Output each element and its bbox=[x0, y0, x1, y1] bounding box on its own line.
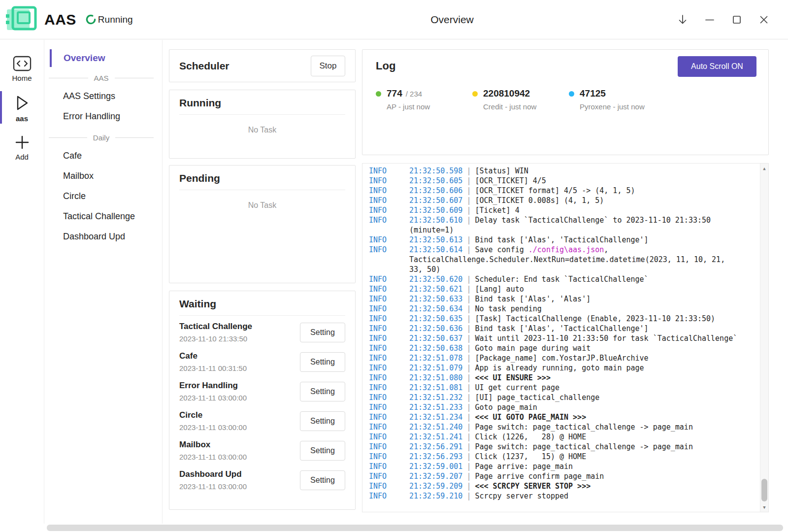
log-message-part: Page switch: page_tactical_challenge -> … bbox=[475, 423, 693, 432]
vertical-scrollbar-thumb[interactable] bbox=[761, 479, 767, 501]
play-icon bbox=[14, 94, 30, 112]
log-vertical-scrollbar[interactable]: ▲ ▼ bbox=[760, 164, 768, 512]
log-separator: | bbox=[466, 393, 471, 402]
log-message: Bind task ['Alas', 'TacticalChallenge'] bbox=[475, 235, 648, 244]
menu-item[interactable]: Circle bbox=[45, 186, 162, 206]
log-separator: | bbox=[466, 295, 471, 303]
log-level: INFO bbox=[369, 284, 409, 294]
log-message: <<< UI ENSURE >>> bbox=[475, 373, 551, 382]
task-setting-button[interactable]: Setting bbox=[300, 352, 345, 372]
scroll-down-arrow-icon[interactable]: ▼ bbox=[760, 503, 768, 511]
log-message: Page arrive: page_main bbox=[475, 462, 573, 471]
log-message-part: ./config\aas.json bbox=[528, 245, 604, 254]
log-timestamp: 21:32:59.207 bbox=[409, 472, 462, 481]
menu-group-label-daily: Daily bbox=[93, 133, 109, 142]
task-next-run-time: 2023-11-11 03:00:00 bbox=[179, 453, 300, 461]
log-message-part: [Status] WIN bbox=[475, 166, 528, 175]
log-line-content: 21:32:59.210|Scrcpy server stopped bbox=[409, 491, 754, 501]
log-separator: | bbox=[466, 403, 471, 412]
maximize-icon[interactable] bbox=[730, 13, 743, 26]
log-line-content: 21:32:50.607|[OCR_TICKET 0.008s] (4, 1, … bbox=[409, 196, 754, 205]
log-timestamp: 21:32:56.293 bbox=[409, 452, 462, 461]
menu-item[interactable]: Tactical Challenge bbox=[45, 206, 162, 227]
update-download-icon[interactable] bbox=[676, 13, 689, 26]
menu-item[interactable]: AAS Settings bbox=[45, 86, 162, 106]
log-line-content: 21:32:50.598|[Status] WIN bbox=[409, 166, 754, 176]
log-timestamp: 21:32:50.607 bbox=[409, 196, 462, 205]
log-console[interactable]: ▲ ▼ INFO 21:32:50.598|[Status] WIN INFO … bbox=[362, 163, 769, 512]
task-setting-button[interactable]: Setting bbox=[300, 411, 345, 431]
log-message: Page switch: page_tactical_challenge -> … bbox=[475, 442, 693, 451]
scroll-up-arrow-icon[interactable]: ▲ bbox=[760, 164, 768, 172]
log-separator: | bbox=[466, 462, 471, 471]
log-line-content: 21:32:50.610|Delay task `TacticalChallen… bbox=[409, 215, 754, 235]
log-line: INFO 21:32:50.610|Delay task `TacticalCh… bbox=[369, 215, 754, 235]
menu-item[interactable]: Error Handling bbox=[45, 106, 162, 127]
menu-item[interactable]: Cafe bbox=[45, 146, 162, 166]
log-separator: | bbox=[466, 442, 471, 451]
log-level: INFO bbox=[369, 245, 409, 274]
log-message: Page arrive confirm page_main bbox=[475, 472, 604, 481]
log-line-content: 21:32:50.636|Bind task ['Alas', 'Tactica… bbox=[409, 324, 754, 333]
log-separator: | bbox=[466, 314, 471, 323]
log-line-content: 21:32:50.605|[OCR_TICKET] 4/5 bbox=[409, 176, 754, 186]
rail-item-aas[interactable]: aas bbox=[0, 88, 44, 127]
log-line-content: 21:32:51.232|[UI] page_tactical_challeng… bbox=[409, 393, 754, 402]
scheduler-card: Scheduler Stop bbox=[169, 49, 356, 82]
rail-item-add[interactable]: Add bbox=[0, 129, 44, 165]
log-separator: | bbox=[466, 304, 471, 313]
log-timestamp: 21:32:51.080 bbox=[409, 373, 462, 382]
waiting-task-row: Mailbox 2023-11-11 03:00:00 Setting bbox=[179, 440, 345, 461]
stop-button[interactable]: Stop bbox=[311, 56, 345, 76]
rail-home-label: Home bbox=[12, 74, 32, 82]
log-level: INFO bbox=[369, 324, 409, 333]
log-line-content: 21:32:51.240|Page switch: page_tactical_… bbox=[409, 422, 754, 432]
task-setting-button[interactable]: Setting bbox=[300, 323, 345, 342]
log-message-part: Click (1237, 15) @ HOME bbox=[475, 452, 586, 461]
log-line: INFO 21:32:50.634|No task pending bbox=[369, 304, 754, 314]
log-line: INFO 21:32:51.240|Page switch: page_tact… bbox=[369, 422, 754, 432]
waiting-task-info: Mailbox 2023-11-11 03:00:00 bbox=[179, 440, 300, 461]
close-icon[interactable] bbox=[757, 13, 770, 26]
divider-line bbox=[49, 78, 88, 78]
minimize-icon[interactable] bbox=[703, 13, 716, 26]
log-level: INFO bbox=[369, 304, 409, 314]
stat-label: Credit - just now bbox=[483, 102, 569, 111]
log-message: [Package_name] com.YostarJP.BlueArchive bbox=[475, 354, 648, 363]
log-timestamp: 21:32:51.240 bbox=[409, 423, 462, 432]
log-level: INFO bbox=[369, 373, 409, 383]
log-timestamp: 21:32:50.610 bbox=[409, 216, 462, 225]
auto-scroll-button[interactable]: Auto Scroll ON bbox=[678, 56, 756, 77]
menu-item-overview[interactable]: Overview bbox=[50, 49, 162, 67]
horizontal-scrollbar-thumb[interactable] bbox=[47, 525, 783, 531]
log-separator: | bbox=[466, 423, 471, 432]
log-separator: | bbox=[466, 364, 471, 372]
rail-item-home[interactable]: Home bbox=[0, 50, 44, 86]
log-message: Scrcpy server stopped bbox=[475, 492, 568, 500]
waiting-task-row: Cafe 2023-11-11 00:31:50 Setting bbox=[179, 351, 345, 372]
task-setting-button[interactable]: Setting bbox=[300, 441, 345, 461]
log-line-content: 21:32:51.078|[Package_name] com.YostarJP… bbox=[409, 353, 754, 363]
stat-suffix: / 234 bbox=[406, 90, 422, 98]
menu-item[interactable]: Mailbox bbox=[45, 166, 162, 186]
rail-aas-label: aas bbox=[16, 114, 28, 123]
log-message-part: <<< UI GOTO PAGE_MAIN >>> bbox=[475, 413, 586, 422]
task-next-run-time: 2023-11-10 21:33:50 bbox=[179, 334, 300, 343]
stat-dot-icon bbox=[376, 91, 381, 97]
task-setting-button[interactable]: Setting bbox=[300, 382, 345, 401]
menu-item[interactable]: Dashboard Upd bbox=[45, 227, 162, 247]
log-line-content: 21:32:56.293|Click (1237, 15) @ HOME bbox=[409, 452, 754, 462]
log-level: INFO bbox=[369, 452, 409, 462]
horizontal-scrollbar[interactable] bbox=[45, 524, 788, 532]
log-message-part: <<< UI ENSURE >>> bbox=[475, 373, 551, 382]
waiting-task-info: Tactical Challenge 2023-11-10 21:33:50 bbox=[179, 322, 300, 343]
scheduler-status: Running bbox=[85, 14, 133, 25]
log-message-part: [Package_name] com.YostarJP.BlueArchive bbox=[475, 354, 648, 363]
menu-group-daily: Cafe Mailbox Circle Tactical Challenge D… bbox=[45, 146, 162, 247]
menu-group-label-aas: AAS bbox=[94, 74, 109, 82]
log-message: Wait until 2023-11-10 21:33:50 for task … bbox=[475, 334, 737, 343]
log-timestamp: 21:32:51.232 bbox=[409, 393, 462, 402]
stat-value: 220810942 bbox=[483, 88, 530, 99]
divider-line bbox=[115, 137, 154, 138]
task-setting-button[interactable]: Setting bbox=[300, 470, 345, 490]
